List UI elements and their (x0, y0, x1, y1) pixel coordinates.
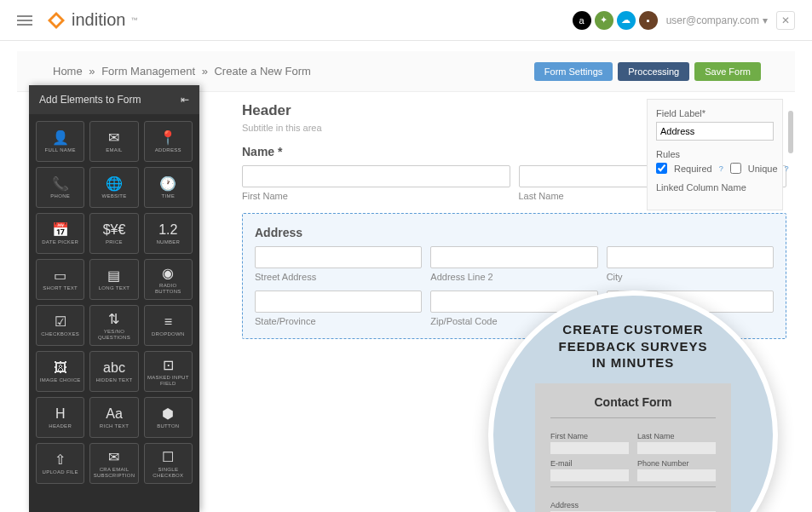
elements-grid: 👤FULL NAME✉EMAIL📍ADDRESS📞PHONE🌐WEBSITE🕐T… (29, 114, 199, 491)
element-tile-dropdown[interactable]: ≡DROPDOWN (144, 305, 193, 346)
promo-ln-input (637, 442, 716, 454)
element-tile-phone[interactable]: 📞PHONE (36, 167, 84, 208)
action-buttons: Form Settings Proccessing Save Form (534, 62, 761, 81)
element-tile-short-text[interactable]: ▭SHORT TEXT (36, 259, 84, 300)
integration-icon[interactable]: ▪ (639, 11, 658, 30)
properties-panel: Field Label* Rules Required? Unique? Lin… (647, 99, 783, 210)
breadcrumb-p1[interactable]: Form Management (101, 65, 195, 78)
state-input[interactable] (255, 291, 422, 313)
promo-line1: CREATE CUSTOMER (559, 321, 708, 338)
promo-line2: FEEDBACK SURVEYS (559, 338, 708, 355)
topbar: indition™ a ✦ ☁ ▪ user@company.com ▾ ✕ (0, 0, 812, 41)
element-tile-yes-no-questions[interactable]: ⇅YES/NO QUESTIONS (89, 305, 138, 346)
element-label: YES/NO QUESTIONS (90, 329, 137, 340)
hamburger-menu-icon[interactable] (17, 15, 32, 26)
promo-ln-label: Last Name (637, 432, 716, 440)
promo-title: CREATE CUSTOMER FEEDBACK SURVEYS IN MINU… (559, 321, 708, 371)
promo-email-input (550, 469, 629, 481)
city-input[interactable] (607, 246, 774, 268)
promo-fn-input (550, 442, 629, 454)
element-tile-cra-email-subscription[interactable]: ✉CRA EMAIL SUBSCRIPTION (89, 443, 138, 484)
element-icon: ⇧ (55, 452, 66, 468)
required-label: Required (674, 164, 712, 174)
element-label: IMAGE CHOICE (38, 377, 83, 383)
scrollbar[interactable] (788, 111, 793, 153)
promo-line3: IN MINUTES (559, 354, 708, 371)
collapse-icon[interactable]: ⇤ (181, 94, 189, 106)
element-tile-date-picker[interactable]: 📅DATE PICKER (36, 213, 84, 254)
element-tile-price[interactable]: $¥€PRICE (89, 213, 138, 254)
element-tile-rich-text[interactable]: AaRICH TEXT (89, 397, 138, 438)
logo-tm: ™ (130, 16, 137, 24)
element-tile-hidden-text[interactable]: abcHIDDEN TEXT (89, 351, 138, 392)
save-form-button[interactable]: Save Form (694, 62, 761, 81)
element-tile-full-name[interactable]: 👤FULL NAME (36, 121, 84, 162)
element-icon: ≡ (164, 314, 172, 330)
element-icon: ⊡ (163, 357, 174, 373)
element-tile-checkboxes[interactable]: ☑CHECKBOXES (36, 305, 84, 346)
unique-checkbox[interactable] (730, 163, 741, 174)
element-label: HEADER (47, 423, 73, 429)
element-label: DROPDOWN (150, 331, 187, 337)
element-tile-website[interactable]: 🌐WEBSITE (89, 167, 138, 208)
form-settings-button[interactable]: Form Settings (534, 62, 613, 81)
element-tile-email[interactable]: ✉EMAIL (89, 121, 138, 162)
promo-phone-input (637, 469, 716, 481)
element-icon: ☑ (55, 314, 66, 330)
amazon-icon[interactable]: a (573, 11, 591, 30)
elements-sidebar: Add Elements to Form ⇤ 👤FULL NAME✉EMAIL📍… (29, 85, 199, 512)
element-tile-radio-buttons[interactable]: ◉RADIO BUTTONS (144, 259, 193, 300)
chevron-down-icon: ▾ (763, 14, 768, 26)
line2-input[interactable] (430, 246, 597, 268)
element-icon: Aa (106, 406, 123, 422)
address-label: Address (255, 226, 774, 239)
field-label-input[interactable] (656, 122, 774, 141)
state-sublabel: State/Province (255, 316, 422, 326)
street-sublabel: Street Address (255, 272, 422, 282)
element-label: UPLOAD FILE (41, 469, 80, 475)
element-tile-address[interactable]: 📍ADDRESS (144, 121, 193, 162)
required-checkbox[interactable] (656, 163, 667, 174)
integrations: a ✦ ☁ ▪ (573, 11, 658, 30)
element-tile-single-checkbox[interactable]: ☐SINGLE CHECKBOX (144, 443, 193, 484)
element-tile-time[interactable]: 🕐TIME (144, 167, 193, 208)
breadcrumb-p2: Create a New Form (214, 65, 310, 78)
element-tile-long-text[interactable]: ▤LONG TEXT (89, 259, 138, 300)
element-tile-header[interactable]: HHEADER (36, 397, 84, 438)
element-icon: ⬢ (162, 406, 174, 422)
element-label: FULL NAME (43, 147, 78, 153)
user-email: user@company.com (666, 14, 759, 26)
line2-sublabel: Address Line 2 (430, 272, 597, 282)
field-label-label: Field Label* (656, 108, 774, 118)
promo-form-title: Contact Form (550, 395, 716, 409)
element-tile-upload-file[interactable]: ⇧UPLOAD FILE (36, 443, 84, 484)
logo[interactable]: indition™ (46, 10, 137, 31)
element-label: CHECKBOXES (39, 331, 81, 337)
divider (550, 486, 716, 487)
element-icon: H (55, 406, 66, 422)
promo-address-label: Address (550, 501, 716, 509)
element-icon: $¥€ (103, 222, 126, 238)
linked-column-label: Linked Column Name (656, 182, 774, 193)
shopify-icon[interactable]: ✦ (595, 11, 613, 30)
city-sublabel: City (607, 272, 774, 282)
element-label: TIME (160, 193, 177, 199)
element-tile-number[interactable]: 1.2NUMBER (144, 213, 193, 254)
user-menu[interactable]: user@company.com ▾ (666, 14, 768, 26)
breadcrumb-home[interactable]: Home (53, 65, 83, 78)
sidebar-header: Add Elements to Form ⇤ (29, 85, 199, 114)
element-icon: ⇅ (108, 311, 119, 327)
tools-icon: ✕ (781, 14, 790, 26)
element-label: BUTTON (155, 423, 181, 429)
processing-button[interactable]: Proccessing (618, 62, 689, 81)
settings-button[interactable]: ✕ (776, 11, 795, 30)
element-label: WEBSITE (100, 193, 128, 199)
element-tile-button[interactable]: ⬢BUTTON (144, 397, 193, 438)
street-input[interactable] (255, 246, 422, 268)
salesforce-icon[interactable]: ☁ (617, 11, 636, 30)
element-label: EMAIL (104, 147, 124, 153)
element-tile-image-choice[interactable]: 🖼IMAGE CHOICE (36, 351, 84, 392)
first-name-input[interactable] (242, 165, 510, 187)
promo-phone-label: Phone Number (637, 459, 716, 468)
element-tile-masked-input-field[interactable]: ⊡MASKED INPUT FIELD (144, 351, 193, 392)
